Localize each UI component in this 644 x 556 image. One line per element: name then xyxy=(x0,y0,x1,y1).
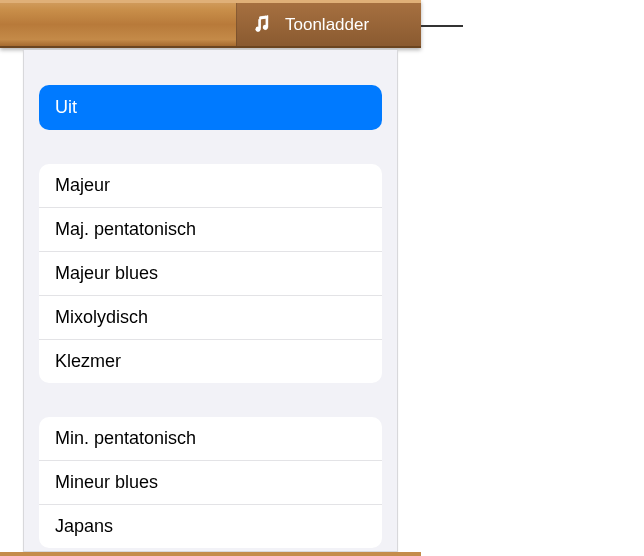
scale-item-label: Maj. pentatonisch xyxy=(55,219,196,239)
selected-label: Uit xyxy=(55,97,77,117)
scale-group-minor: Min. pentatonisch Mineur blues Japans xyxy=(39,417,382,548)
scale-group-major: Majeur Maj. pentatonisch Majeur blues Mi… xyxy=(39,164,382,383)
header-wood-bar: Toonladder xyxy=(0,0,421,48)
scale-item[interactable]: Mineur blues xyxy=(39,461,382,505)
scale-item-label: Mineur blues xyxy=(55,472,158,492)
scale-item-label: Majeur xyxy=(55,175,110,195)
scale-tab[interactable]: Toonladder xyxy=(236,3,421,46)
bottom-wood-border xyxy=(0,552,421,556)
selected-scale-off[interactable]: Uit xyxy=(39,85,382,130)
musical-notes-icon xyxy=(253,14,275,36)
scale-item[interactable]: Mixolydisch xyxy=(39,296,382,340)
scale-item[interactable]: Min. pentatonisch xyxy=(39,417,382,461)
scale-item[interactable]: Klezmer xyxy=(39,340,382,383)
scale-item-label: Min. pentatonisch xyxy=(55,428,196,448)
scale-tab-label: Toonladder xyxy=(285,15,369,35)
scale-popover-panel: Uit Majeur Maj. pentatonisch Majeur blue… xyxy=(23,50,398,552)
scale-item-label: Mixolydisch xyxy=(55,307,148,327)
scale-item[interactable]: Majeur blues xyxy=(39,252,382,296)
scale-item[interactable]: Maj. pentatonisch xyxy=(39,208,382,252)
scale-item[interactable]: Majeur xyxy=(39,164,382,208)
callout-line xyxy=(421,25,463,27)
scale-item-label: Japans xyxy=(55,516,113,536)
scale-item-label: Klezmer xyxy=(55,351,121,371)
scale-item[interactable]: Japans xyxy=(39,505,382,548)
scale-item-label: Majeur blues xyxy=(55,263,158,283)
